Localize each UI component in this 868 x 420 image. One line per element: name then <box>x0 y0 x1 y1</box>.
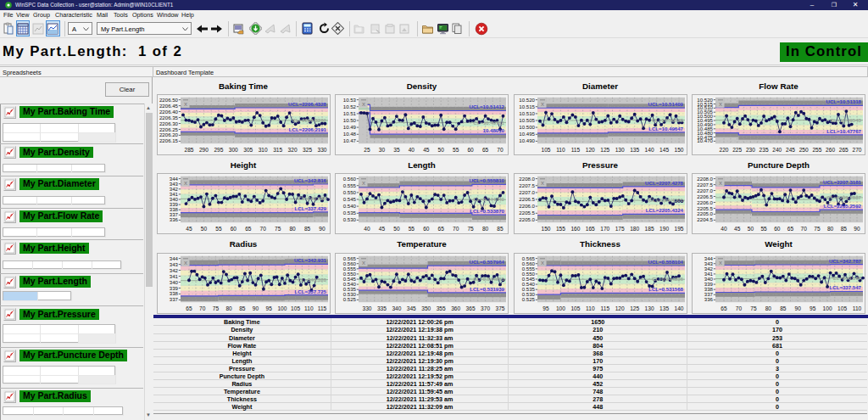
svg-text:LCL=10.49647: LCL=10.49647 <box>648 126 683 132</box>
svg-text:130: 130 <box>615 147 624 153</box>
svg-text:355: 355 <box>437 305 446 311</box>
svg-text:10.490: 10.490 <box>519 137 535 143</box>
svg-text:235: 235 <box>760 147 769 153</box>
svg-text:95: 95 <box>265 305 272 311</box>
svg-text:LCL=337.547: LCL=337.547 <box>830 284 862 290</box>
svg-text:360: 360 <box>451 305 460 311</box>
svg-text:2205.0: 2205.0 <box>697 210 713 216</box>
svg-text:115: 115 <box>570 147 580 153</box>
svg-text:55: 55 <box>760 226 767 232</box>
svg-text:65: 65 <box>721 305 727 311</box>
svg-text:UCL=342.931: UCL=342.931 <box>293 257 326 263</box>
svg-text:0.530: 0.530 <box>343 216 357 222</box>
svg-text:125: 125 <box>600 147 609 153</box>
svg-text:125: 125 <box>630 305 639 311</box>
svg-text:250: 250 <box>799 147 809 153</box>
svg-text:135: 135 <box>630 147 639 153</box>
svg-text:0.550: 0.550 <box>343 189 357 195</box>
svg-text:10.48010: 10.48010 <box>483 127 505 133</box>
svg-text:260: 260 <box>826 147 835 153</box>
svg-text:LCL=2205.2592: LCL=2205.2592 <box>824 203 862 209</box>
svg-text:0.560: 0.560 <box>343 176 357 182</box>
svg-text:295: 295 <box>214 147 223 153</box>
svg-text:2208.0: 2208.0 <box>519 176 535 182</box>
svg-text:0.545: 0.545 <box>343 196 357 202</box>
svg-text:110: 110 <box>556 147 565 153</box>
svg-text:105: 105 <box>541 147 550 153</box>
svg-text:x: x <box>362 179 365 187</box>
svg-text:45: 45 <box>186 226 192 232</box>
svg-text:255: 255 <box>812 147 821 153</box>
svg-text:270: 270 <box>852 147 861 153</box>
svg-text:70: 70 <box>199 305 206 311</box>
svg-text:45: 45 <box>379 226 386 232</box>
svg-text:x: x <box>184 179 187 187</box>
svg-text:185: 185 <box>644 226 654 232</box>
svg-text:2206.5: 2206.5 <box>697 193 713 199</box>
svg-text:x: x <box>362 100 365 108</box>
svg-text:105: 105 <box>291 305 300 311</box>
svg-text:LCL=0.531568: LCL=0.531568 <box>648 286 683 292</box>
svg-text:341: 341 <box>169 272 178 278</box>
svg-text:LCL=0.531939: LCL=0.531939 <box>470 285 504 291</box>
svg-text:80: 80 <box>827 226 834 232</box>
svg-text:10.515: 10.515 <box>519 104 535 109</box>
svg-text:75: 75 <box>750 305 757 311</box>
svg-text:337: 337 <box>169 296 178 302</box>
svg-text:75: 75 <box>212 305 219 311</box>
svg-text:75: 75 <box>467 226 474 232</box>
svg-text:245: 245 <box>786 147 795 153</box>
svg-text:CL=340.123: CL=340.123 <box>298 195 326 201</box>
svg-text:100: 100 <box>823 305 832 311</box>
svg-text:CL=340.328: CL=340.328 <box>298 276 326 282</box>
svg-text:10.470: 10.470 <box>697 137 713 143</box>
svg-text:75: 75 <box>275 226 281 232</box>
svg-text:UCL=2207.3181: UCL=2207.3181 <box>823 179 861 185</box>
svg-text:195: 195 <box>674 226 683 232</box>
svg-text:90: 90 <box>795 305 802 311</box>
svg-text:85: 85 <box>497 226 504 232</box>
svg-text:325: 325 <box>303 147 312 153</box>
svg-text:140: 140 <box>644 147 654 153</box>
svg-text:UCL=2206.4328: UCL=2206.4328 <box>288 101 326 107</box>
svg-text:338: 338 <box>169 290 178 296</box>
svg-text:2206.40: 2206.40 <box>159 109 178 115</box>
svg-text:x: x <box>541 258 544 266</box>
svg-text:65: 65 <box>787 226 794 232</box>
svg-text:110: 110 <box>853 305 862 311</box>
svg-text:10.49: 10.49 <box>343 124 357 130</box>
svg-text:170: 170 <box>600 226 609 232</box>
svg-text:130: 130 <box>644 305 654 311</box>
svg-text:344: 344 <box>169 255 178 260</box>
svg-text:UCL=10.51318: UCL=10.51318 <box>826 98 862 104</box>
svg-text:55: 55 <box>215 226 222 232</box>
svg-text:CL=2206.2887: CL=2206.2887 <box>827 194 862 200</box>
svg-text:CL=10.50528: CL=10.50528 <box>651 117 683 123</box>
svg-text:105: 105 <box>570 305 580 311</box>
svg-text:50: 50 <box>200 226 207 232</box>
svg-text:10.520: 10.520 <box>519 97 535 103</box>
svg-text:335: 335 <box>377 305 387 311</box>
svg-text:300: 300 <box>228 147 237 153</box>
svg-text:2205.5: 2205.5 <box>519 210 535 216</box>
svg-text:315: 315 <box>273 147 282 153</box>
svg-text:345: 345 <box>407 305 416 311</box>
svg-text:100: 100 <box>555 305 565 311</box>
svg-text:340: 340 <box>392 305 401 311</box>
svg-text:50: 50 <box>748 226 754 232</box>
svg-text:2207.0: 2207.0 <box>697 188 713 193</box>
svg-text:220: 220 <box>719 147 728 153</box>
svg-text:UCL=342.816: UCL=342.816 <box>293 177 326 183</box>
svg-text:65: 65 <box>482 147 489 153</box>
svg-text:45: 45 <box>423 147 430 153</box>
svg-text:0.535: 0.535 <box>343 210 357 216</box>
svg-text:LCL=337.429: LCL=337.429 <box>294 205 326 211</box>
svg-text:230: 230 <box>746 147 755 153</box>
svg-text:2206.5: 2206.5 <box>519 196 535 202</box>
svg-text:10.510: 10.510 <box>519 110 535 116</box>
svg-text:105: 105 <box>837 305 847 311</box>
svg-text:x: x <box>719 258 722 266</box>
svg-text:65: 65 <box>186 305 192 311</box>
svg-text:375: 375 <box>495 305 504 311</box>
svg-text:140: 140 <box>674 305 683 311</box>
